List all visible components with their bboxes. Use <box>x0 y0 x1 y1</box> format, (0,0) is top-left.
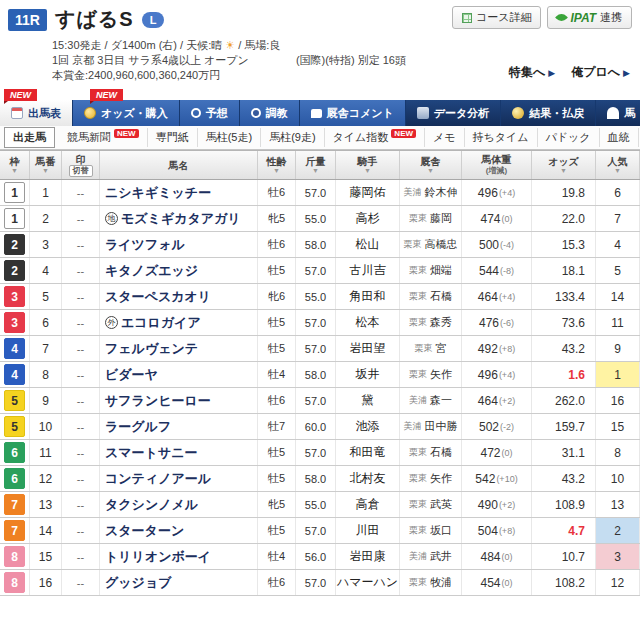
horse-name-link[interactable]: スターペスカオリ <box>105 288 211 306</box>
sort-arrow-icon[interactable]: ▼ <box>42 167 49 175</box>
jockey-link[interactable]: 川田 <box>336 518 400 543</box>
tab-shutsuba[interactable]: 出馬表 <box>0 100 73 126</box>
column-header-odds[interactable]: オッズ▼ <box>532 151 596 179</box>
trainer-link[interactable]: 鈴木伸 <box>425 185 458 200</box>
sort-arrow-icon[interactable]: ▼ <box>364 167 371 175</box>
horse-name-link[interactable]: エコロガイア <box>121 314 201 332</box>
horse-name-link[interactable]: キタノズエッジ <box>105 262 198 280</box>
sort-arrow-icon[interactable]: ▼ <box>614 167 621 175</box>
mark-dropdown[interactable]: -- <box>62 362 100 387</box>
jockey-link[interactable]: 松山 <box>336 232 400 257</box>
horse-name-link[interactable]: トリリオンボーイ <box>105 548 211 566</box>
mark-dropdown[interactable]: -- <box>62 284 100 309</box>
jockey-link[interactable]: 池添 <box>336 414 400 439</box>
tab-umabashira[interactable]: 馬 <box>596 100 640 126</box>
subnav-item-kettou[interactable]: 血統 <box>600 128 639 147</box>
mark-dropdown[interactable]: -- <box>62 232 100 257</box>
jockey-link[interactable]: 岩田康 <box>336 544 400 569</box>
subnav-item-umabashira5[interactable]: 馬柱(5走) <box>198 128 261 147</box>
trainer-link[interactable]: 森一 <box>430 393 452 408</box>
mark-dropdown[interactable]: -- <box>62 518 100 543</box>
jockey-link[interactable]: 松本 <box>336 310 400 335</box>
tab-comment[interactable]: 厩舎コメント <box>300 100 406 126</box>
horse-name-link[interactable]: ニシキギミッチー <box>105 184 211 202</box>
ipat-link-button[interactable]: IPAT 連携 <box>547 6 632 29</box>
mark-dropdown[interactable]: -- <box>62 414 100 439</box>
orepro-link[interactable]: 俺プロへ ▶ <box>571 64 630 81</box>
trainer-link[interactable]: 石橋 <box>430 289 452 304</box>
mark-dropdown[interactable]: -- <box>62 466 100 491</box>
jockey-link[interactable]: 黛 <box>336 388 400 413</box>
subnav-item-shinbun[interactable]: 競馬新聞NEW <box>59 128 148 147</box>
horse-name-link[interactable]: コンティノアール <box>105 470 211 488</box>
subnav-item-time-index[interactable]: タイム指数NEW <box>325 128 425 147</box>
jockey-link[interactable]: 古川吉 <box>336 258 400 283</box>
subnav-item-senmonshi[interactable]: 専門紙 <box>148 128 198 147</box>
mark-dropdown[interactable]: -- <box>62 440 100 465</box>
trainer-link[interactable]: 高橋忠 <box>425 237 458 252</box>
tab-chokyo[interactable]: 調教 <box>240 100 300 126</box>
mark-dropdown[interactable]: -- <box>62 258 100 283</box>
horse-name-link[interactable]: スターターン <box>105 522 184 540</box>
column-header-shirushi[interactable]: 印切替 <box>62 151 100 179</box>
tab-yoso[interactable]: 予想 <box>180 100 240 126</box>
sort-arrow-icon[interactable]: ▼ <box>312 167 319 175</box>
trainer-link[interactable]: 宮 <box>436 341 447 356</box>
horse-name-link[interactable]: モズミギカタアガリ <box>121 210 241 228</box>
mark-dropdown[interactable]: -- <box>62 570 100 595</box>
column-header-waku[interactable]: 枠▼ <box>0 151 30 179</box>
column-header-umaban[interactable]: 馬番▼ <box>30 151 62 179</box>
mark-dropdown[interactable]: -- <box>62 388 100 413</box>
jockey-link[interactable]: 角田和 <box>336 284 400 309</box>
subnav-item-shussoba[interactable]: 出走馬 <box>4 127 55 148</box>
trainer-link[interactable]: 藤岡 <box>430 211 452 226</box>
jockey-link[interactable]: 高倉 <box>336 492 400 517</box>
jockey-link[interactable]: ハマーハン <box>336 570 400 595</box>
horse-name-link[interactable]: スマートサニー <box>105 444 198 462</box>
feature-link[interactable]: 特集へ ▶ <box>509 64 555 81</box>
column-header-seirei[interactable]: 性齢▼ <box>258 151 296 179</box>
subnav-item-umabashira9[interactable]: 馬柱(9走) <box>261 128 324 147</box>
tab-data[interactable]: データ分析 <box>406 100 502 126</box>
trainer-link[interactable]: 矢作 <box>430 367 452 382</box>
jockey-link[interactable]: 藤岡佑 <box>336 180 400 205</box>
jockey-link[interactable]: 岩田望 <box>336 336 400 361</box>
horse-name-link[interactable]: タクシンノメル <box>105 496 198 514</box>
jockey-link[interactable]: 北村友 <box>336 466 400 491</box>
trainer-link[interactable]: 牧浦 <box>430 575 452 590</box>
mark-dropdown[interactable]: -- <box>62 180 100 205</box>
mark-dropdown[interactable]: -- <box>62 544 100 569</box>
sort-arrow-icon[interactable]: ▼ <box>11 167 18 175</box>
trainer-link[interactable]: 武井 <box>430 549 452 564</box>
trainer-link[interactable]: 森秀 <box>430 315 452 330</box>
subnav-item-mochitime[interactable]: 持ちタイム <box>465 128 538 147</box>
horse-name-link[interactable]: ビダーヤ <box>105 366 158 384</box>
column-header-ninki[interactable]: 人気▼ <box>596 151 640 179</box>
subnav-item-paddock[interactable]: パドック <box>538 128 600 147</box>
mark-dropdown[interactable]: -- <box>62 206 100 231</box>
sort-arrow-icon[interactable]: ▼ <box>560 167 567 175</box>
horse-name-link[interactable]: フェルヴェンテ <box>105 340 198 358</box>
trainer-link[interactable]: 田中勝 <box>425 419 458 434</box>
column-header-kishu[interactable]: 騎手▼ <box>336 151 400 179</box>
horse-name-link[interactable]: ライツフォル <box>105 236 185 254</box>
jockey-link[interactable]: 和田竜 <box>336 440 400 465</box>
trainer-link[interactable]: 畑端 <box>430 263 452 278</box>
mark-dropdown[interactable]: -- <box>62 492 100 517</box>
jockey-link[interactable]: 坂井 <box>336 362 400 387</box>
trainer-link[interactable]: 武英 <box>430 497 452 512</box>
horse-name-link[interactable]: ラーグルフ <box>105 418 171 436</box>
trainer-link[interactable]: 石橋 <box>430 445 452 460</box>
course-detail-button[interactable]: コース詳細 <box>452 6 542 29</box>
mark-dropdown[interactable]: -- <box>62 310 100 335</box>
column-header-kyusha[interactable]: 厩舎▼ <box>400 151 462 179</box>
mark-toggle-button[interactable]: 切替 <box>69 165 93 177</box>
column-header-kinryo[interactable]: 斤量▼ <box>296 151 336 179</box>
sort-arrow-icon[interactable]: ▼ <box>427 167 434 175</box>
subnav-item-memo[interactable]: メモ <box>425 128 465 147</box>
trainer-link[interactable]: 坂口 <box>430 523 452 538</box>
horse-name-link[interactable]: グッジョブ <box>105 574 172 592</box>
tab-result[interactable]: 結果・払戻 <box>501 100 596 126</box>
sort-arrow-icon[interactable]: ▼ <box>273 167 280 175</box>
horse-name-link[interactable]: サフランヒーロー <box>105 392 211 410</box>
